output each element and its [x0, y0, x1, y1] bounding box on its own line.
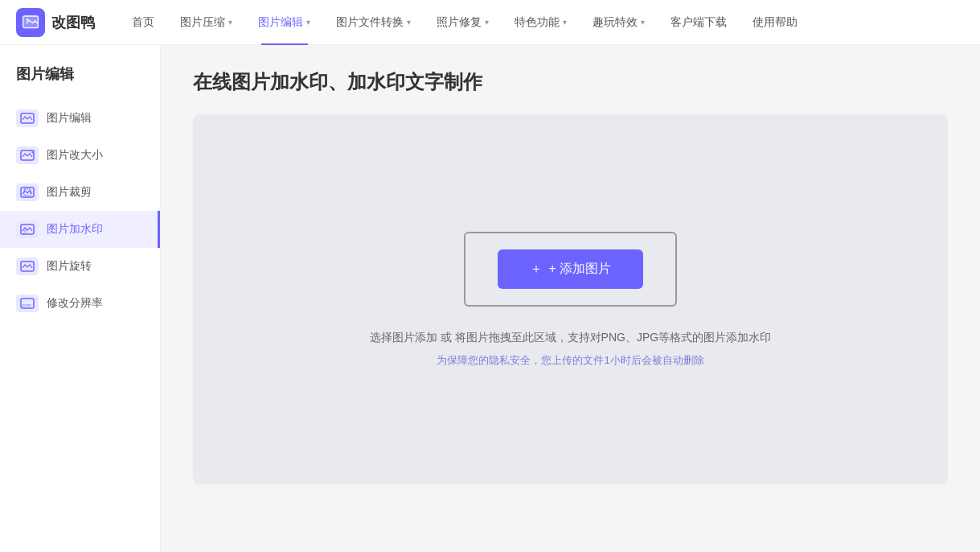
sidebar: 图片编辑 图片编辑 图片改大小 [0, 45, 161, 552]
svg-rect-3 [21, 113, 34, 123]
nav-download[interactable]: 客户端下载 [658, 0, 740, 45]
svg-text:1080P: 1080P [22, 303, 31, 307]
image-watermark-icon: 文 [16, 220, 39, 238]
main-content: 在线图片加水印、加水印文字制作 ＋ + 添加图片 选择图片添加 或 将图片拖拽至… [161, 45, 980, 552]
upload-area: ＋ + 添加图片 选择图片添加 或 将图片拖拽至此区域，支持对PNG、JPG等格… [193, 114, 948, 484]
chevron-down-icon: ▾ [407, 18, 411, 27]
svg-text:文: 文 [23, 229, 27, 233]
sidebar-item-watermark-label: 图片加水印 [47, 222, 103, 237]
image-edit-icon [16, 109, 39, 127]
header: 改图鸭 首页 图片压缩 ▾ 图片编辑 ▾ 图片文件转换 ▾ 照片修复 ▾ 特色功… [0, 0, 980, 45]
nav-compress[interactable]: 图片压缩 ▾ [167, 0, 245, 45]
sidebar-item-resolution[interactable]: 1080P 修改分辨率 [0, 285, 160, 322]
nav: 首页 图片压缩 ▾ 图片编辑 ▾ 图片文件转换 ▾ 照片修复 ▾ 特色功能 ▾ … [119, 0, 964, 45]
image-resolution-icon: 1080P [16, 295, 39, 312]
chevron-down-icon: ▾ [485, 18, 489, 27]
nav-home[interactable]: 首页 [119, 0, 167, 45]
upload-privacy-notice: 为保障您的隐私安全，您上传的文件1小时后会被自动删除 [437, 353, 703, 368]
logo[interactable]: 改图鸭 [16, 8, 95, 37]
sidebar-item-resolution-label: 修改分辨率 [47, 296, 103, 311]
add-image-button[interactable]: ＋ + 添加图片 [498, 249, 644, 289]
image-crop-icon [16, 183, 39, 201]
sidebar-title: 图片编辑 [0, 64, 160, 100]
plus-icon: ＋ [530, 261, 543, 278]
chevron-down-icon: ▾ [228, 18, 232, 27]
chevron-down-icon: ▾ [641, 18, 645, 27]
sidebar-item-rotate[interactable]: 图片旋转 [0, 248, 160, 285]
svg-rect-9 [21, 262, 34, 271]
sidebar-item-crop[interactable]: 图片裁剪 [0, 174, 160, 211]
sidebar-item-rotate-label: 图片旋转 [47, 259, 92, 274]
sidebar-item-resize-label: 图片改大小 [47, 148, 103, 163]
logo-icon [16, 8, 45, 37]
page-title: 在线图片加水印、加水印文字制作 [193, 69, 948, 95]
chevron-down-icon: ▾ [563, 18, 567, 27]
logo-text: 改图鸭 [51, 13, 95, 32]
sidebar-item-resize[interactable]: 图片改大小 [0, 137, 160, 174]
sidebar-item-edit[interactable]: 图片编辑 [0, 100, 160, 137]
sidebar-item-watermark[interactable]: 文 图片加水印 [0, 211, 160, 248]
sidebar-item-edit-label: 图片编辑 [47, 111, 92, 126]
nav-special[interactable]: 特色功能 ▾ [502, 0, 580, 45]
svg-rect-6 [24, 189, 31, 196]
nav-convert[interactable]: 图片文件转换 ▾ [323, 0, 424, 45]
image-rotate-icon [16, 257, 39, 275]
image-resize-icon [16, 146, 39, 164]
nav-help[interactable]: 使用帮助 [740, 0, 810, 45]
upload-box[interactable]: ＋ + 添加图片 [464, 232, 678, 307]
nav-fun[interactable]: 趣玩特效 ▾ [580, 0, 658, 45]
nav-repair[interactable]: 照片修复 ▾ [424, 0, 502, 45]
svg-point-2 [27, 19, 29, 21]
chevron-down-icon: ▾ [306, 18, 310, 27]
sidebar-item-crop-label: 图片裁剪 [47, 185, 92, 200]
nav-edit[interactable]: 图片编辑 ▾ [245, 0, 323, 45]
upload-description: 选择图片添加 或 将图片拖拽至此区域，支持对PNG、JPG等格式的图片添加水印 [370, 331, 771, 345]
main-layout: 图片编辑 图片编辑 图片改大小 [0, 45, 980, 552]
